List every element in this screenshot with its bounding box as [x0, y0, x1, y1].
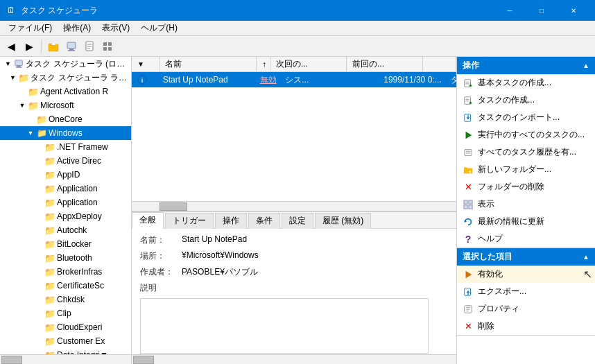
tree-expand-application2[interactable]	[33, 197, 44, 208]
ops-item-refresh[interactable]: 最新の情報に更新	[457, 213, 595, 230]
tree-item-clip[interactable]: 📁 Clip	[0, 306, 131, 320]
tree-expand-certificatesc[interactable]	[33, 280, 44, 291]
doc-button[interactable]	[81, 38, 98, 55]
col-next-header[interactable]: 次回の...	[270, 57, 347, 71]
ops-item-delete-folder[interactable]: ✕ フォルダーの削除	[457, 178, 595, 196]
tree-item-microsoft[interactable]: ▼ 📁 Microsoft	[0, 98, 131, 112]
col-prev-header[interactable]: 前回の...	[347, 57, 423, 71]
folder-activedirec-icon: 📁	[44, 155, 55, 166]
tree-expand-chkdsk[interactable]	[33, 294, 44, 305]
desc-textarea[interactable]	[140, 298, 429, 354]
ops-item-import[interactable]: タスクのインポート...	[457, 109, 595, 126]
ops-item-new-folder[interactable]: 新しいフォルダー...	[457, 161, 595, 178]
table-row[interactable]: i Start Up NotePad 無効 シス... 1999/11/30 0…	[132, 72, 456, 87]
refresh-icon	[463, 216, 474, 227]
task-list-hscroll[interactable]	[132, 201, 456, 211]
tree-expand-lib[interactable]: ▼	[7, 72, 18, 83]
tree-expand-clip[interactable]	[33, 308, 44, 319]
tree-item-customer[interactable]: 📁 Customer Ex	[0, 334, 131, 348]
tree-expand-dataintegri[interactable]	[33, 349, 44, 354]
tree-expand-bluetooth[interactable]	[33, 252, 44, 263]
tree-item-activedirec[interactable]: 📁 Active Direc	[0, 154, 131, 168]
tree-item-autochk[interactable]: 📁 Autochk	[0, 223, 131, 237]
svg-rect-37	[464, 167, 467, 168]
tree-item-onecore[interactable]: 📁 OneCore	[0, 112, 131, 126]
menu-file[interactable]: ファイル(F)	[3, 21, 58, 35]
ops-item-properties[interactable]: プロパティ	[457, 300, 595, 318]
menu-action[interactable]: 操作(A)	[58, 21, 96, 35]
detail-hscroll[interactable]	[132, 354, 456, 364]
tree-item-appid[interactable]: 📁 AppID	[0, 168, 131, 182]
ops-item-delete[interactable]: ✕ 削除	[457, 318, 595, 335]
ops-item-export[interactable]: エクスポー...	[457, 283, 595, 300]
forward-button[interactable]: ▶	[21, 38, 37, 55]
grid-button[interactable]	[99, 38, 116, 55]
ops-item-enable[interactable]: 有効化 ↖	[457, 266, 595, 283]
tree-item-windows[interactable]: ▼ 📁 Windows	[0, 126, 131, 140]
tree-item-certificatesc[interactable]: 📁 CertificateSc	[0, 279, 131, 293]
tree-expand-brokerinfras[interactable]	[33, 266, 44, 277]
svg-marker-32	[466, 131, 472, 139]
tree-expand-windows[interactable]: ▼	[25, 128, 36, 139]
menu-help[interactable]: ヘルプ(H)	[135, 21, 183, 35]
tree-item-bitlocker[interactable]: 📁 BitLocker	[0, 237, 131, 251]
tab-condition[interactable]: 条件	[248, 213, 280, 229]
computer-button[interactable]	[63, 38, 80, 55]
tree-expand-microsoft[interactable]: ▼	[17, 100, 28, 111]
close-button[interactable]: ✕	[558, 0, 589, 21]
detail-fields: 名前： Start Up NotePad 場所： ¥Microsoft¥Wind…	[132, 229, 437, 354]
ops-section-header-selected[interactable]: 選択した項目 ▲	[457, 248, 595, 266]
menu-view[interactable]: 表示(V)	[96, 21, 135, 35]
tab-general[interactable]: 全般	[132, 212, 164, 229]
tree-item-application1[interactable]: 📁 Application	[0, 182, 131, 196]
tree-expand-appid[interactable]	[33, 169, 44, 180]
tree-item-lib[interactable]: ▼ 📁 タスク スケジューラ ライブラ	[0, 71, 131, 85]
svg-rect-10	[103, 42, 107, 46]
tree-item-root[interactable]: ▼ タスク スケジューラ (ローカル)	[0, 57, 131, 71]
tree-item-brokerinfras[interactable]: 📁 BrokerInfras	[0, 265, 131, 279]
col-name-header[interactable]: 名前	[159, 57, 257, 71]
tree-expand-agent[interactable]	[17, 86, 28, 97]
tree-hscroll[interactable]	[0, 354, 131, 364]
tree-expand-root[interactable]: ▼	[2, 58, 13, 69]
tree-item-chkdsk[interactable]: 📁 Chkdsk	[0, 293, 131, 306]
tree-item-appxdeploy[interactable]: 📁 AppxDeploy	[0, 209, 131, 223]
tree-expand-bitlocker[interactable]	[33, 239, 44, 250]
ops-item-running-tasks[interactable]: 実行中のすべてのタスクの...	[457, 126, 595, 144]
ops-item-help[interactable]: ? ヘルプ	[457, 230, 595, 248]
tab-history[interactable]: 履歴 (無効)	[315, 213, 371, 229]
desc-label: 説明	[140, 282, 182, 294]
tab-action[interactable]: 操作	[215, 213, 247, 229]
tree-expand-activedirec[interactable]	[33, 155, 44, 166]
svg-rect-36	[464, 168, 472, 173]
ops-item-all-history[interactable]: すべてのタスク履歴を有...	[457, 144, 595, 161]
tab-trigger[interactable]: トリガー	[165, 213, 214, 229]
tree-expand-onecore[interactable]	[25, 114, 36, 125]
ops-item-create-basic[interactable]: 基本タスクの作成...	[457, 74, 595, 92]
tree-expand-netframew[interactable]	[33, 141, 44, 153]
tree-expand-autochk[interactable]	[33, 225, 44, 236]
tree-scroll[interactable]: ▼ タスク スケジューラ (ローカル) ▼ 📁 タスク スケジューラ ライブラ …	[0, 57, 131, 354]
tree-expand-appxdeploy[interactable]	[33, 211, 44, 222]
mouse-cursor-icon: ↖	[583, 268, 592, 281]
task-last-cell: タスク	[445, 72, 456, 87]
tree-expand-customer[interactable]	[33, 336, 44, 347]
maximize-button[interactable]: □	[526, 0, 558, 21]
tree-expand-application1[interactable]	[33, 183, 44, 194]
tree-item-dataintegri[interactable]: 📁 Data Integri▼	[0, 348, 131, 354]
ops-section-header-actions[interactable]: 操作 ▲	[457, 57, 595, 74]
tree-expand-cloudexperi[interactable]	[33, 322, 44, 333]
tree-item-cloudexperi[interactable]: 📁 CloudExperi	[0, 320, 131, 334]
tab-settings[interactable]: 設定	[282, 213, 313, 229]
minimize-button[interactable]: ─	[494, 0, 526, 21]
back-button[interactable]: ◀	[3, 38, 19, 55]
ops-item-view[interactable]: 表示	[457, 196, 595, 213]
up-folder-button[interactable]	[45, 38, 62, 55]
ops-item-create-task[interactable]: タスクの作成...	[457, 92, 595, 109]
tree-item-bluetooth[interactable]: 📁 Bluetooth	[0, 251, 131, 265]
col-sort-header[interactable]: ↑	[257, 57, 270, 71]
tree-item-agent[interactable]: 📁 Agent Activation R	[0, 85, 131, 98]
task-list-body[interactable]: i Start Up NotePad 無効 シス... 1999/11/30 0…	[132, 72, 456, 201]
tree-item-application2[interactable]: 📁 Application	[0, 196, 131, 209]
tree-item-netframew[interactable]: 📁 .NET Framew	[0, 140, 131, 154]
